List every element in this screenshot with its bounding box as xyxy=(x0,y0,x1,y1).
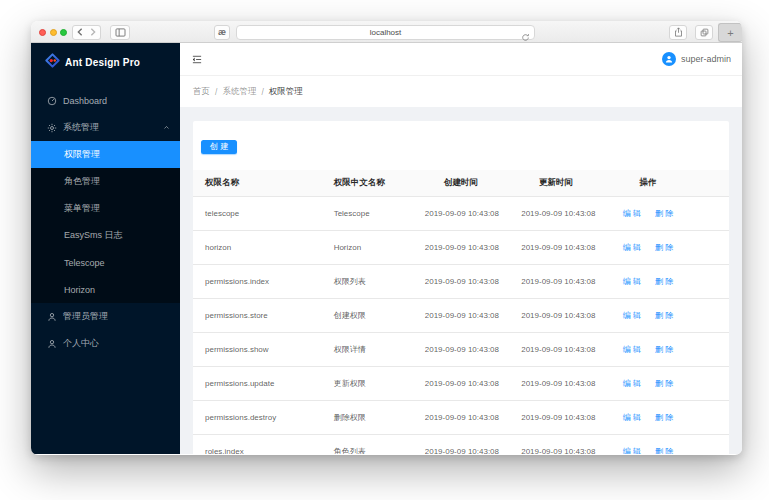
sidebar-toggle-icon xyxy=(115,28,126,37)
cell-updated: 2019-09-09 10:43:08 xyxy=(509,298,603,332)
cell-name: telescope xyxy=(193,196,322,230)
sidebar-item-easysms-log[interactable]: EasySms 日志 xyxy=(31,222,180,249)
sidebar-item-admin-management[interactable]: 管理员管理 xyxy=(31,303,180,330)
cell-updated: 2019-09-09 10:43:08 xyxy=(509,230,603,264)
cell-name: permissions.store xyxy=(193,298,322,332)
cell-updated: 2019-09-09 10:43:08 xyxy=(509,264,603,298)
sidebar-item-label: 个人中心 xyxy=(63,337,99,350)
sidebar-menu: Dashboard 系统管理 权限管理 角色管理 菜单管理 EasySms 日志… xyxy=(31,81,180,357)
zoom-window-button[interactable] xyxy=(60,29,67,36)
sidebar-toggle-button[interactable] xyxy=(110,25,130,40)
share-button[interactable] xyxy=(669,25,687,40)
sidebar-item-label: 权限管理 xyxy=(64,148,100,161)
cell-created: 2019-09-09 10:43:08 xyxy=(413,196,509,230)
close-window-button[interactable] xyxy=(39,29,46,36)
cell-created: 2019-09-09 10:43:08 xyxy=(413,332,509,366)
sidebar-item-horizon[interactable]: Horizon xyxy=(31,276,180,303)
create-button[interactable]: 创 建 xyxy=(201,140,237,154)
user-icon xyxy=(47,339,57,349)
dashboard-icon xyxy=(47,96,57,106)
table-row: permissions.store 创建权限 2019-09-09 10:43:… xyxy=(193,298,729,332)
new-tab-button[interactable]: + xyxy=(718,23,742,42)
breadcrumb-separator: / xyxy=(261,87,263,97)
cell-cn-name: 权限详情 xyxy=(322,332,413,366)
sidebar-item-label: 角色管理 xyxy=(64,175,100,188)
cell-name: roles.index xyxy=(193,434,322,454)
delete-link[interactable]: 删 除 xyxy=(655,243,673,252)
address-bar[interactable]: localhost xyxy=(236,25,535,40)
browser-window: æ localhost + xyxy=(31,21,742,455)
user-menu[interactable]: super-admin xyxy=(662,52,731,66)
cell-actions: 编 辑删 除 xyxy=(603,230,729,264)
back-chevron-icon xyxy=(77,28,83,36)
delete-link[interactable]: 删 除 xyxy=(655,379,673,388)
delete-link[interactable]: 删 除 xyxy=(655,345,673,354)
edit-link[interactable]: 编 辑 xyxy=(623,413,641,422)
edit-link[interactable]: 编 辑 xyxy=(623,447,641,455)
cell-created: 2019-09-09 10:43:08 xyxy=(413,298,509,332)
tabs-overview-icon xyxy=(700,28,709,37)
cell-actions: 编 辑删 除 xyxy=(603,298,729,332)
cell-updated: 2019-09-09 10:43:08 xyxy=(509,366,603,400)
cell-updated: 2019-09-09 10:43:08 xyxy=(509,400,603,434)
sidebar-item-label: Telescope xyxy=(64,258,105,268)
cell-cn-name: 删除权限 xyxy=(322,400,413,434)
col-permission-name: 权限名称 xyxy=(193,170,322,197)
ant-design-logo-icon xyxy=(45,53,60,72)
delete-link[interactable]: 删 除 xyxy=(655,311,673,320)
edit-link[interactable]: 编 辑 xyxy=(623,243,641,252)
col-permission-cn-name: 权限中文名称 xyxy=(322,170,413,197)
cell-cn-name: Horizon xyxy=(322,230,413,264)
sidebar-item-telescope[interactable]: Telescope xyxy=(31,249,180,276)
edit-link[interactable]: 编 辑 xyxy=(623,209,641,218)
cell-actions: 编 辑删 除 xyxy=(603,264,729,298)
browser-titlebar: æ localhost + xyxy=(31,21,742,43)
edit-link[interactable]: 编 辑 xyxy=(623,311,641,320)
cell-cn-name: 角色列表 xyxy=(322,434,413,454)
delete-link[interactable]: 删 除 xyxy=(655,277,673,286)
page-content: 创 建 权限名称 权限中文名称 创建时间 更新时间 操作 xyxy=(180,107,742,454)
sidebar-item-label: 系统管理 xyxy=(63,121,99,134)
logo[interactable]: Ant Design Pro xyxy=(31,43,180,81)
cell-created: 2019-09-09 10:43:08 xyxy=(413,230,509,264)
col-updated-at: 更新时间 xyxy=(509,170,603,197)
delete-link[interactable]: 删 除 xyxy=(655,413,673,422)
cell-name: permissions.index xyxy=(193,264,322,298)
sidebar-item-menu-management[interactable]: 菜单管理 xyxy=(31,195,180,222)
tabs-overview-button[interactable] xyxy=(695,25,713,40)
forward-button[interactable] xyxy=(86,25,101,40)
extension-button[interactable]: æ xyxy=(214,25,230,40)
table-row: permissions.index 权限列表 2019-09-09 10:43:… xyxy=(193,264,729,298)
back-button[interactable] xyxy=(72,25,87,40)
gear-icon xyxy=(47,123,57,133)
sidebar-item-system-management[interactable]: 系统管理 xyxy=(31,114,180,141)
table-header-row: 权限名称 权限中文名称 创建时间 更新时间 操作 xyxy=(193,170,729,197)
cell-cn-name: 权限列表 xyxy=(322,264,413,298)
cell-actions: 编 辑删 除 xyxy=(603,366,729,400)
edit-link[interactable]: 编 辑 xyxy=(623,277,641,286)
edit-link[interactable]: 编 辑 xyxy=(623,345,641,354)
breadcrumb-home[interactable]: 首页 xyxy=(193,86,210,98)
sidebar-item-role-management[interactable]: 角色管理 xyxy=(31,168,180,195)
cell-name: permissions.update xyxy=(193,366,322,400)
reload-icon[interactable] xyxy=(521,28,530,46)
cell-created: 2019-09-09 10:43:08 xyxy=(413,400,509,434)
edit-link[interactable]: 编 辑 xyxy=(623,379,641,388)
sidebar: Ant Design Pro Dashboard 系统管理 权限管理 角色 xyxy=(31,43,180,454)
cell-updated: 2019-09-09 10:43:08 xyxy=(509,332,603,366)
breadcrumb-system[interactable]: 系统管理 xyxy=(222,86,256,98)
delete-link[interactable]: 删 除 xyxy=(655,209,673,218)
logo-text: Ant Design Pro xyxy=(65,57,140,68)
table-row: permissions.destroy 删除权限 2019-09-09 10:4… xyxy=(193,400,729,434)
delete-link[interactable]: 删 除 xyxy=(655,447,673,455)
sidebar-item-label: Horizon xyxy=(64,285,95,295)
cell-name: permissions.destroy xyxy=(193,400,322,434)
col-created-at: 创建时间 xyxy=(413,170,509,197)
main-area: super-admin 首页 / 系统管理 / 权限管理 创 建 xyxy=(180,43,742,454)
menu-fold-icon[interactable] xyxy=(191,54,203,65)
sidebar-item-dashboard[interactable]: Dashboard xyxy=(31,87,180,114)
chevron-up-icon xyxy=(163,124,170,131)
minimize-window-button[interactable] xyxy=(50,29,57,36)
sidebar-item-profile-center[interactable]: 个人中心 xyxy=(31,330,180,357)
sidebar-item-permission-management[interactable]: 权限管理 xyxy=(31,141,180,168)
